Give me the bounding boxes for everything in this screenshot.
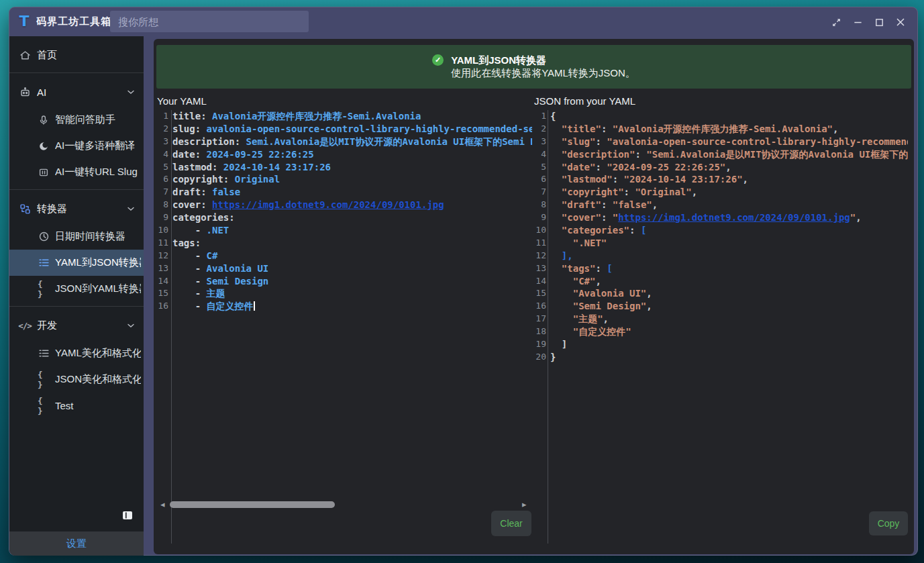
code-line: - 主题	[172, 287, 532, 300]
code-line: "copyright": "Original",	[550, 186, 908, 199]
code-line: "title": "Avalonia开源控件库强力推荐-Semi.Avaloni…	[550, 123, 908, 136]
code-line: "Semi Design",	[550, 300, 908, 313]
close-icon[interactable]	[890, 12, 911, 32]
json-gutter-separator	[548, 110, 548, 544]
code-line: - 自定义控件	[172, 300, 532, 313]
yaml-pane-label: Your YAML	[157, 95, 207, 107]
chevron-down-icon	[125, 319, 137, 331]
clock-icon	[38, 231, 50, 243]
code-line: {	[550, 110, 908, 123]
code-line: ],	[550, 250, 908, 262]
code-line: "categories": [	[550, 224, 908, 237]
sidebar-item[interactable]: 智能问答助手	[9, 107, 144, 133]
window-controls	[826, 12, 911, 32]
sidebar-item[interactable]: AI一键转URL Slug	[9, 159, 144, 185]
code-line: "draft": "false",	[550, 199, 908, 211]
robot-icon	[19, 86, 31, 98]
sidebar-item[interactable]: { }JSON到YAML转换器	[9, 276, 144, 302]
code-line: - C#	[172, 250, 532, 262]
code-line: "自定义控件"	[550, 325, 908, 338]
hscrollbar-thumb[interactable]	[170, 501, 335, 508]
code-line: slug: avalonia-open-source-control-libra…	[172, 123, 532, 136]
slug-icon	[38, 166, 50, 178]
sidebar-group-0[interactable]: AI	[9, 77, 144, 107]
settings-link[interactable]: 设置	[66, 538, 87, 550]
sidebar-divider	[9, 72, 144, 73]
code-line: "cover": "https://img1.dotnet9.com/2024/…	[550, 211, 908, 224]
desktop: T 码界工坊工具箱 首页AI智能问答助手AI一键多语种	[0, 0, 924, 563]
banner-subtitle: 使用此在线转换器将YAML转换为JSON。	[451, 66, 635, 80]
assistant-icon	[38, 114, 50, 126]
code-line: }	[550, 351, 908, 364]
code-line: date: 2024-09-25 22:26:25	[172, 148, 532, 161]
sidebar-item[interactable]: YAML美化和格式化	[9, 340, 144, 366]
sidebar-group-2[interactable]: </>开发	[9, 311, 144, 340]
scroll-left-icon[interactable]: ◂	[160, 500, 165, 509]
sidebar-group-1[interactable]: 转换器	[9, 194, 144, 223]
app-title: 码界工坊工具箱	[36, 15, 111, 28]
titlebar: T 码界工坊工具箱	[9, 7, 917, 36]
list-icon	[38, 257, 50, 269]
code-line: - Avalonia UI	[172, 262, 532, 275]
copy-button[interactable]: Copy	[869, 511, 908, 535]
code-line: "lastmod": "2024-10-14 23:17:26",	[550, 173, 908, 186]
yaml-editor[interactable]: title: Avalonia开源控件库强力推荐-Semi.Avaloniasl…	[172, 110, 532, 544]
app-logo-icon: T	[15, 13, 33, 30]
code-line: categories:	[172, 211, 532, 224]
sidebar-item[interactable]: YAML到JSON转换器	[9, 250, 144, 276]
code-line: ".NET"	[550, 237, 908, 250]
code-line: "主题",	[550, 313, 908, 325]
code-line: lastmod: 2024-10-14 23:17:26	[172, 161, 532, 174]
main-panel: ✓ YAML到JSON转换器 使用此在线转换器将YAML转换为JSON。 You…	[154, 39, 914, 554]
braces-icon: { }	[38, 283, 50, 295]
code-line: "tags": [	[550, 262, 908, 275]
code-line: cover: https://img1.dotnet9.com/2024/09/…	[172, 199, 532, 211]
code-line: "Avalonia UI",	[550, 287, 908, 300]
braces-icon: { }	[38, 374, 50, 386]
app-window: T 码界工坊工具箱 首页AI智能问答助手AI一键多语种	[9, 7, 918, 556]
braces-icon: { }	[38, 400, 50, 412]
json-pane-label: JSON from your YAML	[534, 95, 635, 107]
chevron-down-icon	[125, 203, 137, 215]
code-line: description: Semi.Avalonia是以MIT协议开源的Aval…	[172, 136, 532, 148]
code-line: "slug": "avalonia-open-source-control-li…	[550, 136, 908, 148]
maximize-icon[interactable]	[869, 12, 889, 32]
result-banner: ✓ YAML到JSON转换器 使用此在线转换器将YAML转换为JSON。	[156, 45, 911, 89]
sidebar-footer: 设置	[9, 531, 144, 556]
sidebar: 首页AI智能问答助手AI一键多语种翻译AI一键转URL Slug转换器日期时间转…	[9, 36, 144, 556]
panel-collapse-icon[interactable]	[121, 509, 134, 521]
home-icon	[19, 49, 31, 61]
minimize-icon[interactable]	[848, 12, 868, 32]
yaml-gutter-separator	[171, 110, 172, 544]
json-output[interactable]: { "title": "Avalonia开源控件库强力推荐-Semi.Avalo…	[550, 110, 908, 544]
code-line: ]	[550, 338, 908, 351]
chevron-down-icon	[125, 86, 137, 98]
sidebar-item[interactable]: { }Test	[9, 393, 144, 419]
translate-icon	[38, 140, 50, 152]
scroll-right-icon[interactable]: ▸	[522, 500, 527, 509]
search-input[interactable]	[110, 11, 309, 32]
sidebar-item[interactable]: AI一键多语种翻译	[9, 133, 144, 159]
clear-button[interactable]: Clear	[491, 511, 531, 536]
code-line: title: Avalonia开源控件库强力推荐-Semi.Avalonia	[172, 110, 532, 123]
code-line: - Semi Design	[172, 275, 532, 288]
code-line: tags:	[172, 237, 532, 250]
code-line: copyright: Original	[172, 173, 532, 186]
text-cursor	[254, 301, 255, 311]
sidebar-item[interactable]: 日期时间转换器	[9, 223, 144, 250]
json-gutter: 1234567891011121314151617181920	[529, 110, 546, 364]
yaml-gutter: 12345678910111213141516	[154, 110, 168, 313]
sidebar-item-home[interactable]: 首页	[9, 42, 144, 68]
sidebar-divider	[9, 189, 144, 190]
check-circle-icon: ✓	[432, 54, 444, 66]
code-line: "date": "2024-09-25 22:26:25",	[550, 161, 908, 174]
expand-icon[interactable]	[826, 12, 846, 32]
sidebar-nav: 首页AI智能问答助手AI一键多语种翻译AI一键转URL Slug转换器日期时间转…	[9, 36, 144, 531]
code-icon: </>	[19, 319, 31, 331]
code-line: draft: false	[172, 186, 532, 199]
transform-icon	[19, 203, 31, 215]
sidebar-divider	[9, 306, 144, 307]
code-line: "C#",	[550, 275, 908, 288]
code-line: - .NET	[172, 224, 532, 237]
sidebar-item[interactable]: { }JSON美化和格式化	[9, 366, 144, 393]
